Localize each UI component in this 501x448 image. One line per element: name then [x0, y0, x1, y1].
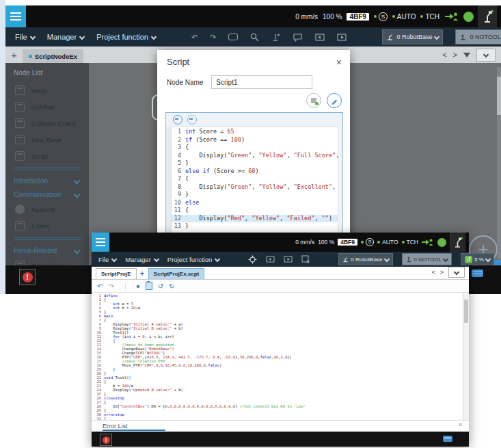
next-tab-button[interactable]: > [440, 269, 444, 276]
prev-tab-button[interactable]: < [442, 51, 446, 59]
editor-toolbar [166, 113, 342, 127]
screen: 0 mm/s 100 % 4BF9 S AUTO TCH File Manage… [0, 0, 501, 448]
hamburger-menu-button[interactable] [92, 233, 109, 252]
code-line: 8 Display("Green", "Yellow", "Excellent"… [172, 183, 338, 192]
sidebar-section-force-related[interactable]: Force-Related [5, 243, 89, 257]
fit-view-icon[interactable] [266, 256, 275, 263]
copy-icon[interactable] [146, 282, 152, 290]
dialog-title: Script [167, 57, 189, 67]
project-code-lines[interactable]: 1define2{3 int a = 54 int b = 20/a5}6mai… [93, 293, 463, 420]
add-tab-button[interactable]: + [11, 50, 17, 60]
next-tab-button[interactable]: > [453, 51, 457, 59]
prev-tab-button[interactable]: < [431, 269, 435, 276]
comment-bubble-icon[interactable] [293, 33, 303, 42]
sidebar-item-collision-check[interactable]: Collision Check [5, 115, 89, 131]
teach-connect-icon [422, 238, 434, 246]
tool-select[interactable]: 0 NOTOOL [455, 29, 501, 44]
menu-file[interactable]: File [98, 256, 116, 263]
code-line: 31{ [93, 417, 463, 420]
undo-icon[interactable]: ↶ [97, 282, 103, 290]
menu-manager[interactable]: Manager [125, 256, 159, 263]
collapse-panel-icon[interactable]: ^ [459, 423, 462, 430]
divider [125, 282, 126, 289]
sidebar-item-script[interactable]: Script [5, 148, 89, 164]
template-button[interactable] [306, 93, 321, 108]
node-name-label: Node Name [167, 79, 203, 86]
servo-on-indicator[interactable] [437, 238, 446, 247]
sidebar-item-subflow[interactable]: Subflow [5, 98, 89, 115]
bottom-status-bar: ! [92, 432, 469, 447]
listen-icon [15, 221, 25, 230]
tch-indicator: TCH [402, 239, 418, 246]
script-icon [15, 151, 25, 161]
expand-view-icon[interactable] [284, 256, 293, 263]
zoom-icon[interactable] [250, 33, 259, 42]
tab-scriptprojex-scpt[interactable]: ScriptProjEx.scpt [148, 268, 205, 279]
green-dot-icon [392, 15, 395, 18]
robot-base-select[interactable]: 0 RobotBase [382, 29, 443, 44]
template-icon [311, 98, 316, 103]
active-tab-underline [103, 430, 165, 431]
expand-view-icon[interactable] [337, 34, 347, 41]
tch-indicator: TCH [420, 13, 439, 21]
sidebar-item-warp[interactable]: Warp [5, 82, 89, 98]
sidebar-item-listen[interactable]: Listen [5, 218, 89, 234]
safety-indicator: S [374, 12, 388, 21]
error-alert-button[interactable]: ! [100, 434, 112, 446]
rotate-ccw-icon[interactable]: ↺ [158, 282, 163, 290]
rotate-cw-icon[interactable]: ↻ [169, 282, 174, 290]
tab-scriptproje[interactable]: ScriptProjE [96, 268, 137, 279]
edit-button[interactable] [327, 93, 342, 108]
node-name-input[interactable] [211, 75, 312, 89]
robot-status-button[interactable] [450, 233, 465, 252]
error-alert-button[interactable]: ! [19, 269, 36, 285]
green-dot-icon [361, 241, 364, 243]
hamburger-menu-button[interactable] [5, 5, 26, 27]
comment-icon[interactable] [173, 115, 182, 124]
sidebar-item-network[interactable]: Network [5, 201, 89, 218]
green-dot-icon [377, 241, 380, 243]
undo-icon[interactable]: ↶ [191, 33, 198, 42]
tab-list-dropdown[interactable] [476, 49, 496, 62]
add-tab-button[interactable]: + [140, 269, 145, 278]
robot-status-button[interactable] [478, 5, 497, 27]
code-line: 6else if (Score >= 60) [172, 168, 338, 176]
panel-handle-icon[interactable] [493, 260, 501, 265]
script-dialog: Script × Node Name 1int Score = 652if (S… [157, 50, 350, 250]
node-shape-icon[interactable] [228, 34, 238, 40]
virtual-keyboard-icon[interactable] [472, 269, 483, 277]
redo-icon[interactable]: ↷ [108, 282, 113, 290]
tab-list-dropdown[interactable] [448, 267, 465, 278]
robot-base-select[interactable]: 0 RobotBase [338, 253, 392, 265]
filter-icon[interactable] [463, 53, 470, 57]
menu-manager[interactable]: Manager [47, 33, 84, 41]
servo-on-indicator[interactable] [463, 12, 474, 22]
code-line: 4 Display("Green", "Yellow", "Full Score… [172, 152, 338, 160]
redo-icon[interactable]: ↷ [210, 33, 216, 42]
error-list-tab[interactable]: Error List [103, 423, 128, 430]
save-settings-icon[interactable] [301, 255, 310, 263]
fit-view-icon[interactable] [315, 34, 325, 41]
speed-override-select[interactable]: ↺ 5 % [461, 253, 494, 265]
close-icon[interactable]: × [336, 57, 342, 67]
sidebar-section-information[interactable]: Information [5, 174, 89, 187]
canvas-scrollbar[interactable] [497, 67, 501, 259]
tcp-tool-icon[interactable] [271, 33, 280, 42]
status-cluster: 0 mm/s 100 % 4BF9 S AUTO TCH [295, 5, 501, 27]
script-code-area[interactable]: 1define2{3 int a = 54 int b = 20/a5}6mai… [92, 293, 469, 421]
tool-select[interactable]: 0 NOTOOL [402, 253, 452, 265]
menu-project-function[interactable]: Project function [167, 256, 219, 263]
code-line: 3{ [172, 144, 338, 152]
uncomment-icon[interactable] [187, 115, 197, 124]
sidebar-item-new-base[interactable]: New Base [5, 131, 89, 148]
code-line: 7{ [172, 175, 338, 183]
tab-scriptnodeex[interactable]: ScriptNodeEx [23, 49, 83, 63]
sidebar-section-communication[interactable]: Communication [5, 187, 89, 201]
stop-icon[interactable]: ■ [137, 283, 140, 289]
code-scrollbar[interactable] [463, 293, 469, 420]
crosshair-icon[interactable] [248, 255, 257, 264]
menu-file[interactable]: File [15, 33, 35, 41]
sidebar-item-compliance[interactable]: Compliance [5, 257, 89, 265]
virtual-keyboard-icon[interactable] [443, 436, 452, 442]
menu-project-function[interactable]: Project function [96, 33, 156, 41]
